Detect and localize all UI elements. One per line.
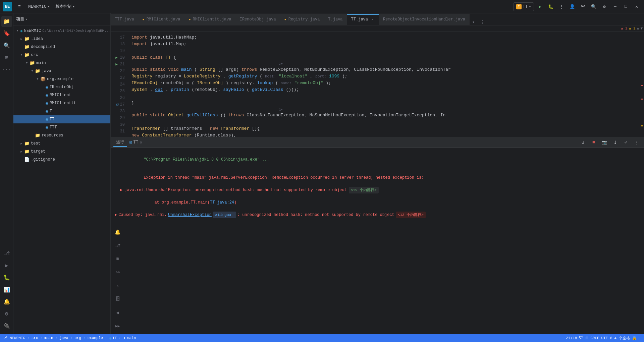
maximize-button[interactable]: □ xyxy=(621,2,631,11)
tree-java[interactable]: ▼ 📁 java xyxy=(13,67,110,75)
console-more-button[interactable]: ⋮ xyxy=(632,138,641,147)
tree-rmiclient[interactable]: ◉ RMIClient xyxy=(13,91,110,99)
scroll-end-button[interactable]: ⤓ xyxy=(610,138,620,147)
run-line-20[interactable]: ▶ xyxy=(115,54,119,61)
problems-right-icon[interactable]: ⚠ xyxy=(112,280,123,291)
tree-idea[interactable]: ▶ 📁 .idea xyxy=(13,35,110,43)
tree-target[interactable]: ▶ 📁 target xyxy=(13,148,110,156)
softwrap-button[interactable]: ⏎ xyxy=(621,138,631,147)
run-config-selector[interactable]: T TT ▾ xyxy=(513,2,534,11)
screenshot-button[interactable]: 📷 xyxy=(600,138,609,147)
git-icon[interactable]: ⎇ xyxy=(1,248,12,259)
tree-src[interactable]: ▼ 📁 src xyxy=(13,51,110,59)
status-indent[interactable]: 4 个空格 xyxy=(614,336,630,341)
bookmarks-icon[interactable]: 🔖 xyxy=(1,28,12,39)
close-button[interactable]: ✕ xyxy=(632,2,641,11)
run-tab[interactable]: 运行 xyxy=(113,138,127,147)
debug-button[interactable]: 🐛 xyxy=(546,2,555,11)
vcs-control[interactable]: 版本控制 ▾ xyxy=(53,4,77,9)
structure-icon[interactable]: ⊞ xyxy=(1,52,12,63)
rerun-button[interactable]: ↺ xyxy=(578,138,588,147)
hamburger-menu[interactable]: ≡ xyxy=(15,2,24,11)
code-area[interactable]: import java.util.HashMap; import java.ut… xyxy=(127,32,640,137)
tab-remoteobject[interactable]: RemoteObjectInvocationHandler.java xyxy=(379,14,470,25)
project-view-icon[interactable]: 📁 xyxy=(1,16,12,27)
status-org[interactable]: org xyxy=(74,336,81,340)
nav-down[interactable]: ▼ xyxy=(640,26,643,31)
console-close-btn[interactable]: ✕ xyxy=(140,139,142,145)
profiler-icon[interactable]: 📊 xyxy=(1,284,12,295)
tab-overflow[interactable]: ▾ xyxy=(470,19,478,25)
status-src[interactable]: src xyxy=(32,336,38,340)
tree-resources[interactable]: 📁 resources xyxy=(13,131,110,139)
nav-up[interactable]: ▲ xyxy=(637,26,639,31)
stop-button[interactable]: ■ xyxy=(589,138,598,147)
lingua-translate-btn[interactable]: ⚙ Lingua → xyxy=(213,212,236,218)
method-icon: ⚬ xyxy=(123,336,126,340)
tree-decompiled[interactable]: 📁 decompiled xyxy=(13,43,110,51)
more-tools-icon[interactable]: ··· xyxy=(1,64,12,75)
status-position[interactable]: 24:18 xyxy=(566,336,577,340)
inner-lines-19[interactable]: <19 个内部行> xyxy=(349,187,379,193)
tree-t[interactable]: ◉ T xyxy=(13,107,110,115)
status-encoding[interactable]: UTF-8 xyxy=(601,336,612,340)
tab-tttjava[interactable]: TTT.java xyxy=(111,14,139,25)
tree-gitignore[interactable]: 📄 .gitignore xyxy=(13,156,110,164)
run-icon[interactable]: ▶ xyxy=(1,260,12,271)
git-right-icon[interactable]: ⎇ xyxy=(112,240,123,251)
unmarshal-link[interactable]: UnmarshalException xyxy=(168,212,212,218)
tree-test[interactable]: ▶ 📁 test xyxy=(13,139,110,148)
database-right-icon[interactable]: 🗄 xyxy=(112,294,123,304)
minimize-button[interactable]: ─ xyxy=(610,2,620,11)
translate-right-icon[interactable]: ⚯ xyxy=(112,267,123,278)
tab-close-tt[interactable]: ✕ xyxy=(370,17,375,22)
tab-iremoteobj[interactable]: IRemoteObj.java xyxy=(236,14,280,25)
tree-rmiclienttt[interactable]: ◉ RMIClienttt xyxy=(13,99,110,107)
tree-org-example[interactable]: ▼ 📦 org.example xyxy=(13,75,110,83)
status-project[interactable]: NEWRMIC xyxy=(10,336,25,340)
bookmark-27[interactable]: @ xyxy=(116,101,119,108)
run-button[interactable]: ▶ xyxy=(535,2,545,11)
tab-rmiclienttt[interactable]: ● RMIClienttt.java xyxy=(184,14,235,25)
debug-sidebar-icon[interactable]: 🐛 xyxy=(1,272,12,283)
translate-button[interactable]: ⚯ xyxy=(578,2,588,11)
plugins-icon[interactable]: 🔌 xyxy=(1,321,12,331)
tab-rmiclient[interactable]: ● RMIClient.java xyxy=(139,14,185,25)
expand-right-btn[interactable]: ▶▶ xyxy=(112,321,123,331)
inner-lines-13[interactable]: <13 个内部行> xyxy=(396,212,426,218)
notifications-right-icon[interactable]: 🔔 xyxy=(112,227,123,237)
status-main[interactable]: main xyxy=(44,336,53,340)
tab-ttjava[interactable]: TT.java ✕ xyxy=(347,14,379,25)
status-java[interactable]: java xyxy=(59,336,68,340)
run-config-chevron: ▾ xyxy=(529,5,531,9)
collapse-right-btn[interactable]: ◀ xyxy=(112,307,123,318)
run-line-21[interactable]: ▶ xyxy=(115,61,119,68)
line-18: 18 xyxy=(111,41,127,48)
tab-tjava[interactable]: T.java xyxy=(324,14,347,25)
settings-sidebar-icon[interactable]: ⚙ xyxy=(1,308,12,319)
line-23: 23 xyxy=(111,74,127,81)
status-class[interactable]: ◉TT xyxy=(109,336,117,340)
status-example[interactable]: example xyxy=(88,336,103,340)
tree-main[interactable]: ▼ 📁 main xyxy=(13,59,110,67)
tab-more-options[interactable]: ⋮ xyxy=(478,19,487,25)
tab-registry[interactable]: ● Registry.java xyxy=(280,14,324,25)
tree-tt[interactable]: ◉ TT xyxy=(13,115,110,123)
search-button[interactable]: 🔍 xyxy=(589,2,598,11)
find-icon[interactable]: 🔍 xyxy=(1,40,12,51)
tree-iremoteobj[interactable]: ◉ IRemoteObj xyxy=(13,83,110,91)
tree-ttt[interactable]: ◉ TTT xyxy=(13,123,110,131)
status-share-icon[interactable]: ↑ xyxy=(639,336,641,340)
project-selector[interactable]: NEWRMIC ▾ xyxy=(25,3,53,10)
ai-right-icon[interactable]: m xyxy=(112,253,123,264)
run-controls: T TT ▾ ▶ 🐛 ⋮ 👤 ⚯ 🔍 ⚙ ─ □ ✕ xyxy=(513,2,641,11)
status-method[interactable]: ⚬main xyxy=(123,336,136,340)
more-run-options[interactable]: ⋮ xyxy=(557,2,566,11)
settings-button[interactable]: ⚙ xyxy=(600,2,609,11)
project-root[interactable]: ▼ ◈ NEWRMIC C:\Users\14341\Desktop\NEWRM… xyxy=(13,27,110,35)
notifications-icon[interactable]: 🔔 xyxy=(1,296,12,307)
profile-button[interactable]: 👤 xyxy=(568,2,577,11)
line-24: 24 xyxy=(111,81,127,88)
file-link-tt[interactable]: TT.java:24 xyxy=(210,200,234,205)
status-crlf[interactable]: CRLF xyxy=(590,336,599,340)
